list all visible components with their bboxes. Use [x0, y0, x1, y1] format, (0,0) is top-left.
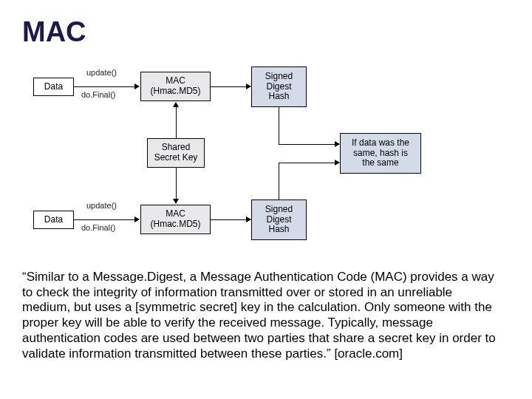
box-mac-bottom: MAC (Hmac.MD5): [140, 205, 211, 234]
label-update-top: update(): [86, 68, 117, 77]
description-text: “Similar to a Message.Digest, a Message …: [22, 270, 502, 361]
box-data-top: Data: [33, 78, 74, 96]
box-mac-top: MAC (Hmac.MD5): [140, 72, 211, 101]
box-signed-top: Signed Digest Hash: [251, 66, 307, 107]
label-dofinal-top: do.Final(): [81, 90, 115, 99]
label-update-bottom: update(): [86, 201, 117, 210]
page-title: MAC: [22, 16, 86, 48]
box-shared-key: Shared Secret Key: [147, 138, 205, 168]
box-data-bottom: Data: [33, 211, 74, 229]
box-result: If data was the same, hash is the same: [340, 133, 421, 174]
mac-diagram: Data MAC (Hmac.MD5) Signed Digest Hash u…: [26, 63, 440, 259]
label-dofinal-bottom: do.Final(): [81, 223, 115, 232]
box-signed-bottom: Signed Digest Hash: [251, 200, 307, 240]
